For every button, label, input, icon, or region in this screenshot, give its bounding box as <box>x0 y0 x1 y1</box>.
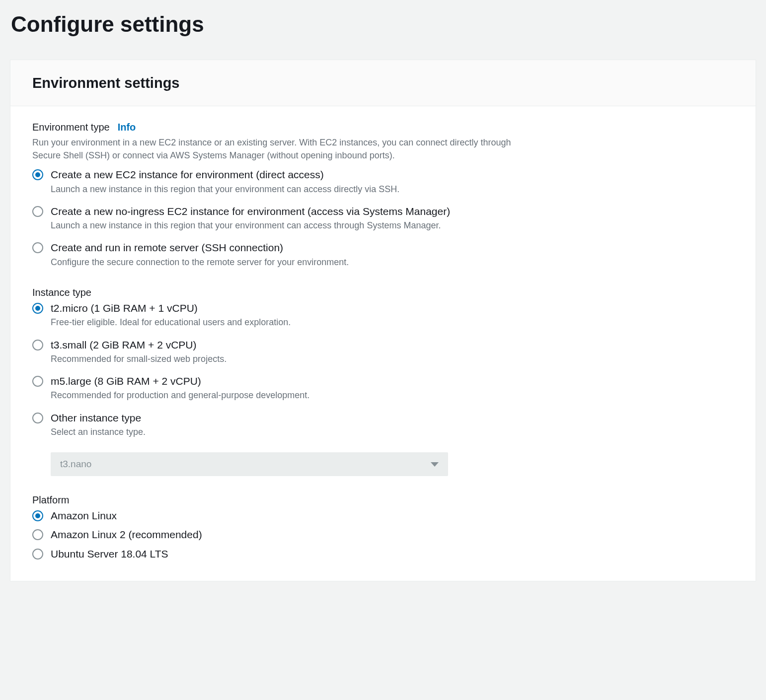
radio-icon <box>32 206 43 217</box>
radio-label: Create a new no-ingress EC2 instance for… <box>51 205 734 218</box>
radio-icon <box>32 169 43 180</box>
radio-icon <box>32 303 43 314</box>
radio-label: Amazon Linux <box>51 509 734 523</box>
environment-settings-panel: Environment settings Environment type In… <box>10 60 756 582</box>
instance-type-option-other[interactable]: Other instance type Select an instance t… <box>32 411 734 439</box>
env-type-description: Run your environment in a new EC2 instan… <box>32 136 529 162</box>
radio-label: Create and run in remote server (SSH con… <box>51 241 734 255</box>
radio-icon <box>32 340 43 350</box>
env-type-info-link[interactable]: Info <box>118 120 136 134</box>
radio-label: Create a new EC2 instance for environmen… <box>51 168 734 182</box>
platform-option-ubuntu-1804[interactable]: Ubuntu Server 18.04 LTS <box>32 547 734 561</box>
radio-description: Launch a new instance in this region tha… <box>51 219 734 232</box>
radio-label: m5.large (8 GiB RAM + 2 vCPU) <box>51 374 734 388</box>
platform-option-amazon-linux-2[interactable]: Amazon Linux 2 (recommended) <box>32 528 734 542</box>
radio-description: Recommended for small-sized web projects… <box>51 353 734 365</box>
radio-description: Recommended for production and general-p… <box>51 389 734 402</box>
radio-icon <box>32 242 43 253</box>
radio-icon <box>32 510 43 521</box>
panel-header: Environment settings <box>10 60 756 107</box>
env-type-option-direct-access[interactable]: Create a new EC2 instance for environmen… <box>32 168 734 196</box>
env-type-option-remote-server[interactable]: Create and run in remote server (SSH con… <box>32 241 734 269</box>
radio-icon <box>32 529 43 540</box>
select-value: t3.nano <box>60 458 91 471</box>
instance-type-radio-group: t2.micro (1 GiB RAM + 1 vCPU) Free-tier … <box>32 301 734 438</box>
panel-header-title: Environment settings <box>32 73 734 93</box>
radio-label: Amazon Linux 2 (recommended) <box>51 528 734 542</box>
page-title: Configure settings <box>11 9 756 40</box>
radio-icon <box>32 376 43 387</box>
env-type-radio-group: Create a new EC2 instance for environmen… <box>32 168 734 269</box>
radio-label: Other instance type <box>51 411 734 425</box>
radio-label: t2.micro (1 GiB RAM + 1 vCPU) <box>51 301 734 315</box>
radio-label: t3.small (2 GiB RAM + 2 vCPU) <box>51 338 734 352</box>
radio-description: Free-tier eligible. Ideal for educationa… <box>51 316 734 329</box>
radio-description: Select an instance type. <box>51 426 734 438</box>
platform-radio-group: Amazon Linux Amazon Linux 2 (recommended… <box>32 509 734 561</box>
radio-icon <box>32 549 43 560</box>
platform-option-amazon-linux[interactable]: Amazon Linux <box>32 509 734 523</box>
instance-type-option-t2-micro[interactable]: t2.micro (1 GiB RAM + 1 vCPU) Free-tier … <box>32 301 734 329</box>
platform-title: Platform <box>32 493 69 507</box>
other-instance-type-select: t3.nano <box>51 452 448 476</box>
caret-down-icon <box>431 462 439 467</box>
instance-type-option-t3-small[interactable]: t3.small (2 GiB RAM + 2 vCPU) Recommende… <box>32 338 734 366</box>
instance-type-option-m5-large[interactable]: m5.large (8 GiB RAM + 2 vCPU) Recommende… <box>32 374 734 402</box>
env-type-option-no-ingress[interactable]: Create a new no-ingress EC2 instance for… <box>32 205 734 232</box>
radio-icon <box>32 413 43 423</box>
instance-type-title: Instance type <box>32 285 91 299</box>
radio-description: Configure the secure connection to the r… <box>51 256 734 269</box>
env-type-title: Environment type <box>32 120 110 134</box>
radio-label: Ubuntu Server 18.04 LTS <box>51 547 734 561</box>
radio-description: Launch a new instance in this region tha… <box>51 183 734 196</box>
